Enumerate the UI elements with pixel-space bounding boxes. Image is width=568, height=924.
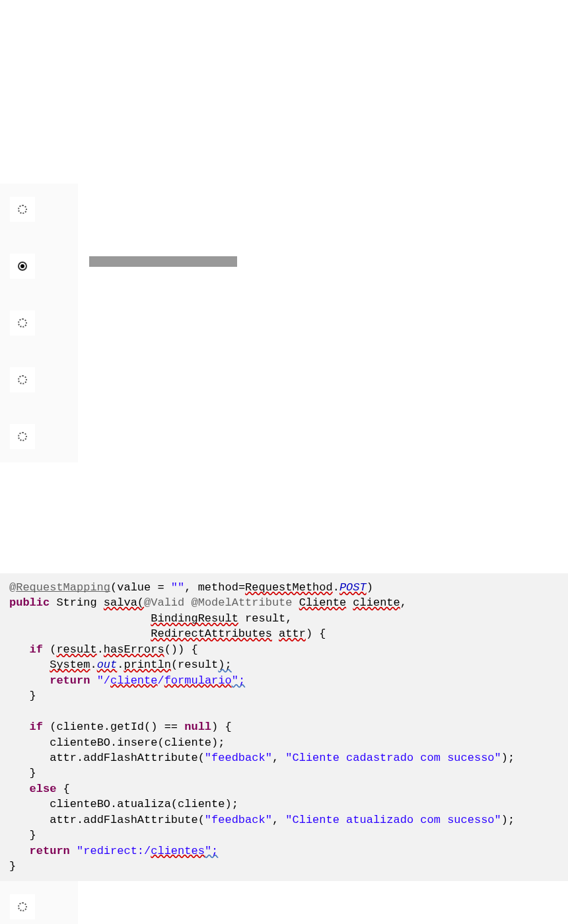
type-cliente: Cliente <box>299 596 346 609</box>
radio-icon-checked <box>18 262 27 271</box>
keyword-else: else <box>30 783 57 795</box>
code-indent <box>9 627 151 640</box>
string-formulario: formulario <box>164 674 232 687</box>
string-msg-update: "Cliente atualizado com sucesso" <box>285 814 501 826</box>
code-text: result, <box>238 612 293 625</box>
code-indent <box>9 767 30 779</box>
requestmethod: RequestMethod <box>245 581 333 594</box>
radio-row-2 <box>10 254 68 279</box>
code-brace: } <box>30 829 36 841</box>
code-text: , <box>272 814 285 826</box>
code-text: (result <box>171 658 218 671</box>
string-literal: "/ <box>97 674 110 687</box>
code-text <box>70 845 77 857</box>
radio-row-4 <box>10 367 68 392</box>
keyword-return: return <box>30 845 70 857</box>
string-literal: / <box>157 674 164 687</box>
string-clientes: clientes <box>151 845 205 857</box>
annotation-valid: @Valid <box>144 596 184 609</box>
radio-icon <box>18 375 27 384</box>
radio-row-3 <box>10 310 68 336</box>
type-redirectattributes: RedirectAttributes <box>151 627 272 640</box>
code-text: ); <box>501 814 515 826</box>
radio-row-5 <box>10 424 68 449</box>
annotation-at: @ <box>9 581 16 594</box>
code-text: ) { <box>306 627 326 640</box>
code-text: ); <box>218 658 231 671</box>
code-text: ) <box>367 581 373 594</box>
code-indent <box>9 643 30 656</box>
radio-option-1[interactable] <box>10 197 35 222</box>
code-indent <box>9 798 50 810</box>
code-text: . <box>90 658 96 671</box>
code-text <box>184 596 191 609</box>
code-indent <box>9 674 50 687</box>
keyword-public: public <box>9 596 50 609</box>
field-out: out <box>97 658 118 671</box>
code-text: String <box>50 596 104 609</box>
code-text: , <box>272 752 285 764</box>
code-text: ) { <box>211 721 232 733</box>
code-indent <box>9 736 50 749</box>
code-brace: } <box>30 690 36 702</box>
code-text: (cliente.getId() == <box>43 721 184 733</box>
code-text: attr.addFlashAttribute( <box>50 814 205 826</box>
radio-option-b1[interactable] <box>10 894 35 919</box>
radio-row-b1 <box>10 894 68 919</box>
radio-option-2[interactable] <box>10 254 35 279</box>
method-salva: salva( <box>104 596 144 609</box>
code-brace: } <box>9 860 16 872</box>
radio-panel-top <box>0 184 78 462</box>
code-indent <box>9 612 151 625</box>
keyword-return: return <box>50 674 90 687</box>
radio-option-4[interactable] <box>10 367 35 392</box>
string-feedback: "feedback" <box>205 814 272 826</box>
type-bindingresult: BindingResult <box>151 612 238 625</box>
code-text: . <box>333 581 339 594</box>
code-text <box>346 596 353 609</box>
code-indent <box>9 658 50 671</box>
radio-option-5[interactable] <box>10 424 35 449</box>
annotation-modelattribute: @ModelAttribute <box>191 596 292 609</box>
code-text: . <box>117 658 124 671</box>
code-indent <box>9 721 30 733</box>
keyword-if: if <box>30 643 43 656</box>
code-text: ); <box>501 752 515 764</box>
radio-row-1 <box>10 197 68 222</box>
radio-icon <box>18 902 27 911</box>
top-space <box>0 0 568 184</box>
text-highlight <box>89 256 237 267</box>
code-text: clienteBO.insere(cliente); <box>50 736 225 749</box>
var-result: result <box>56 643 96 656</box>
code-indent <box>9 690 30 702</box>
code-indent <box>9 814 50 826</box>
code-text: . <box>97 643 104 656</box>
code-text <box>293 596 299 609</box>
radio-option-3[interactable] <box>10 310 35 336</box>
code-indent <box>9 783 30 795</box>
radio-dot <box>20 264 24 268</box>
radio-panel-bottom <box>0 881 78 924</box>
radio-icon <box>18 205 27 214</box>
string-feedback: "feedback" <box>205 752 272 764</box>
string-literal: "; <box>205 845 218 857</box>
code-text: { <box>56 783 69 795</box>
code-brace: } <box>30 767 36 779</box>
code-text: ()) { <box>164 643 198 656</box>
method-haserrors: hasErrors <box>104 643 164 656</box>
code-indent <box>9 829 30 841</box>
string-literal: "" <box>171 581 184 594</box>
radio-icon <box>18 318 27 328</box>
post-constant: POST <box>339 581 367 594</box>
code-text <box>272 627 279 640</box>
code-text: , method= <box>184 581 245 594</box>
code-indent <box>9 752 50 764</box>
string-literal: "; <box>232 674 245 687</box>
keyword-null: null <box>184 721 211 733</box>
method-println: println <box>124 658 170 671</box>
string-msg-insert: "Cliente cadastrado com sucesso" <box>285 752 501 764</box>
radio-icon <box>18 432 27 441</box>
code-snippet: @RequestMapping(value = "", method=Reque… <box>0 573 568 881</box>
code-text <box>90 674 96 687</box>
string-redirect: "redirect:/ <box>77 845 151 857</box>
